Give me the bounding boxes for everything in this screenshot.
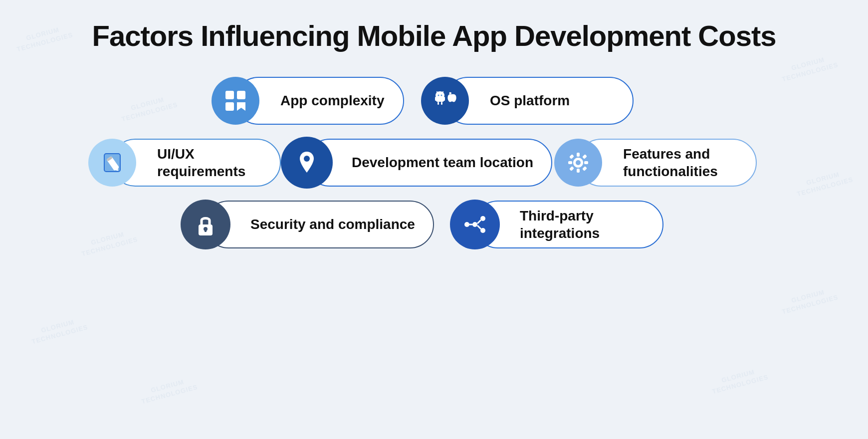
svg-line-36	[477, 220, 481, 223]
lock-icon	[193, 212, 218, 237]
app-complexity-label: App complexity	[280, 92, 384, 109]
security-label: Security and compliance	[250, 216, 415, 233]
svg-point-32	[464, 222, 469, 227]
svg-rect-30	[205, 229, 207, 232]
features-label: Features andfunctionalities	[623, 145, 718, 180]
row-3: Security and compliance	[205, 201, 663, 248]
svg-point-19	[576, 160, 581, 165]
svg-rect-4	[436, 96, 444, 102]
watermark: GLORIUMTECHNOLOGIES	[709, 365, 770, 397]
row-2: UI/UXrequirements Development team locat…	[111, 139, 757, 187]
svg-rect-8	[441, 102, 442, 105]
card-uiux: UI/UXrequirements	[111, 139, 281, 187]
svg-point-18	[304, 156, 310, 162]
card-app-complexity: App complexity	[234, 77, 404, 125]
watermark: GLORIUMTECHNOLOGIES	[779, 285, 840, 317]
icon-third-party	[450, 200, 500, 249]
svg-point-12	[441, 94, 442, 96]
svg-rect-22	[568, 161, 572, 164]
svg-rect-1	[237, 91, 245, 99]
gear-icon	[565, 150, 591, 176]
pill-features: Features andfunctionalities	[577, 139, 757, 187]
svg-line-37	[477, 225, 481, 229]
svg-rect-21	[577, 169, 580, 173]
pill-security: Security and compliance	[205, 201, 434, 248]
svg-rect-0	[225, 91, 234, 99]
svg-rect-26	[569, 166, 574, 171]
svg-rect-25	[582, 154, 587, 159]
svg-rect-20	[577, 153, 580, 157]
svg-rect-24	[569, 154, 574, 159]
svg-rect-2	[225, 102, 234, 111]
svg-rect-7	[437, 102, 439, 105]
page-title: Factors Influencing Mobile App Developme…	[92, 20, 776, 52]
svg-point-11	[438, 94, 439, 96]
os-icon	[432, 88, 458, 114]
card-third-party: Third-partyintegrations	[474, 201, 663, 248]
card-os-platform: OS platform	[444, 77, 634, 125]
pill-third-party: Third-partyintegrations	[474, 201, 663, 248]
os-platform-label: OS platform	[490, 92, 570, 109]
card-dev-team: Development team location	[306, 139, 552, 187]
watermark: GLORIUMTECHNOLOGIES	[139, 375, 199, 407]
pill-uiux: UI/UXrequirements	[111, 139, 281, 187]
card-features: Features andfunctionalities	[577, 139, 757, 187]
pill-dev-team: Development team location	[306, 139, 552, 187]
svg-rect-5	[435, 97, 436, 101]
dev-team-label: Development team location	[352, 154, 533, 171]
svg-point-31	[472, 222, 477, 227]
icon-os-platform	[421, 77, 469, 125]
icon-dev-team	[281, 137, 333, 189]
svg-rect-27	[582, 166, 587, 171]
cards-grid: App complexity	[45, 77, 823, 248]
svg-rect-23	[584, 161, 588, 164]
svg-rect-6	[443, 97, 445, 101]
grid-icon	[222, 88, 248, 114]
watermark: GLORIUMTECHNOLOGIES	[14, 23, 74, 54]
row-1: App complexity	[234, 77, 634, 125]
icon-security	[181, 200, 230, 249]
watermark: GLORIUMTECHNOLOGIES	[29, 315, 89, 347]
icon-app-complexity	[212, 77, 259, 125]
page: GLORIUMTECHNOLOGIES GLORIUMTECHNOLOGIES …	[0, 0, 868, 439]
pill-app-complexity: App complexity	[234, 77, 404, 125]
icon-features	[554, 139, 602, 187]
icon-uiux	[88, 139, 136, 187]
pencil-icon	[99, 150, 125, 176]
location-icon	[294, 150, 320, 176]
third-party-label: Third-partyintegrations	[520, 207, 600, 242]
pill-os-platform: OS platform	[444, 77, 634, 125]
network-icon	[462, 212, 488, 237]
card-security: Security and compliance	[205, 201, 434, 248]
uiux-label: UI/UXrequirements	[157, 145, 245, 180]
